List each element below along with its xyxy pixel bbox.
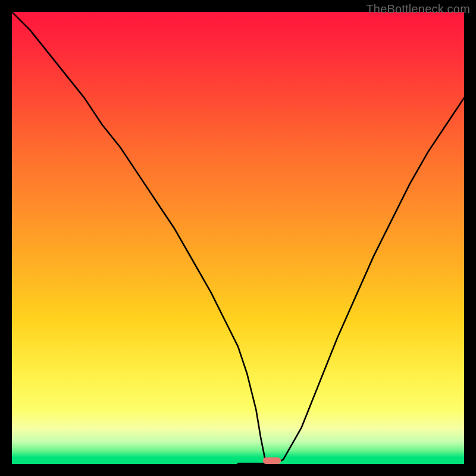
chart-frame: TheBottleneck.com bbox=[0, 0, 476, 476]
curve-svg bbox=[12, 12, 464, 464]
plot-area bbox=[12, 12, 464, 464]
bottleneck-curve bbox=[12, 12, 464, 464]
watermark-text: TheBottleneck.com bbox=[366, 2, 470, 16]
optimal-marker bbox=[263, 458, 281, 464]
